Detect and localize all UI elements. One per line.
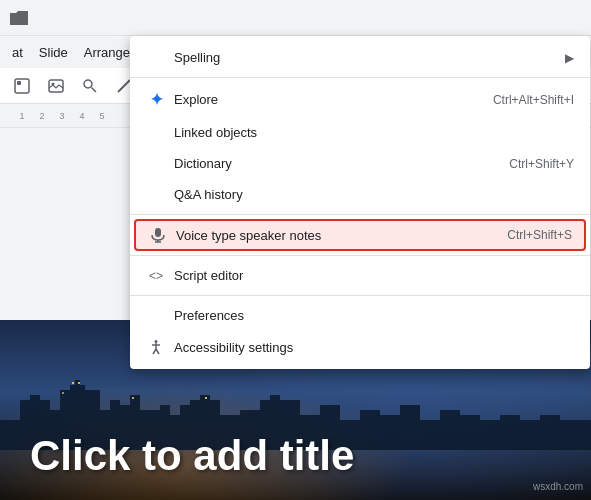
svg-rect-11: [205, 397, 207, 399]
dropdown-item-spelling[interactable]: Spelling ▶: [130, 42, 590, 73]
dropdown-item-dictionary[interactable]: Dictionary Ctrl+Shift+Y: [130, 148, 590, 179]
dropdown-item-script-editor[interactable]: <> Script editor: [130, 260, 590, 291]
svg-line-18: [153, 349, 156, 354]
explore-shortcut: Ctrl+Alt+Shift+I: [493, 93, 574, 107]
svg-rect-10: [132, 397, 134, 399]
svg-line-5: [92, 87, 97, 92]
dropdown-item-voice-type[interactable]: Voice type speaker notes Ctrl+Shift+S: [134, 219, 586, 251]
svg-point-15: [155, 340, 158, 343]
svg-line-6: [118, 80, 130, 92]
watermark: wsxdh.com: [533, 481, 583, 492]
divider-4: [130, 295, 590, 296]
voice-type-shortcut: Ctrl+Shift+S: [507, 228, 572, 242]
svg-rect-9: [62, 392, 64, 394]
top-bar: [0, 0, 591, 36]
svg-line-19: [156, 349, 159, 354]
dropdown-item-linked-objects[interactable]: Linked objects: [130, 117, 590, 148]
qa-history-label: Q&A history: [174, 187, 574, 202]
dropdown-item-qa-history[interactable]: Q&A history: [130, 179, 590, 210]
folder-icon[interactable]: [8, 10, 28, 26]
voice-type-label: Voice type speaker notes: [176, 228, 507, 243]
divider-2: [130, 214, 590, 215]
svg-rect-1: [17, 81, 21, 85]
script-editor-label: Script editor: [174, 268, 574, 283]
preferences-label: Preferences: [174, 308, 574, 323]
dropdown-item-explore[interactable]: ✦ Explore Ctrl+Alt+Shift+I: [130, 82, 590, 117]
spelling-label: Spelling: [174, 50, 565, 65]
dropdown-item-preferences[interactable]: Preferences: [130, 300, 590, 331]
accessibility-label: Accessibility settings: [174, 340, 574, 355]
svg-rect-12: [155, 228, 161, 237]
dictionary-shortcut: Ctrl+Shift+Y: [509, 157, 574, 171]
explore-icon: ✦: [146, 90, 166, 109]
divider-3: [130, 255, 590, 256]
spelling-arrow: ▶: [565, 51, 574, 65]
explore-label: Explore: [174, 92, 493, 107]
microphone-icon: [148, 227, 168, 243]
linked-objects-label: Linked objects: [174, 125, 574, 140]
svg-rect-8: [78, 382, 80, 384]
svg-rect-0: [15, 79, 29, 93]
dropdown-item-accessibility[interactable]: Accessibility settings: [130, 331, 590, 363]
svg-point-4: [84, 80, 92, 88]
tools-dropdown-menu: Spelling ▶ ✦ Explore Ctrl+Alt+Shift+I Li…: [130, 36, 590, 369]
dictionary-label: Dictionary: [174, 156, 509, 171]
accessibility-icon: [146, 339, 166, 355]
menu-item-arrange[interactable]: Arrange: [76, 41, 138, 64]
slide-title[interactable]: Click to add title: [30, 432, 354, 480]
code-icon: <>: [146, 269, 166, 283]
menu-item-slide[interactable]: Slide: [31, 41, 76, 64]
divider-1: [130, 77, 590, 78]
menu-item-at[interactable]: at: [4, 41, 31, 64]
svg-rect-7: [72, 382, 74, 384]
